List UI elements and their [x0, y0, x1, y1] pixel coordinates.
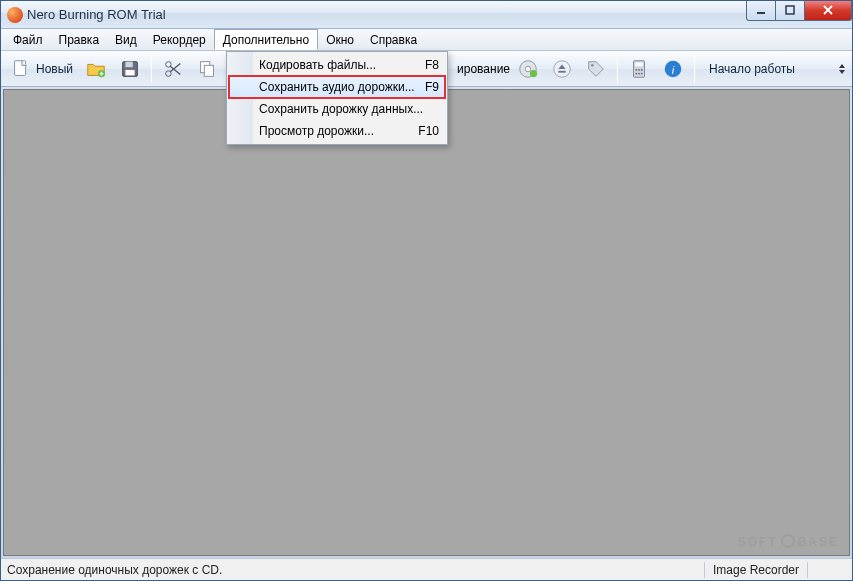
save-button[interactable] — [114, 54, 146, 84]
menu-label: Вид — [115, 33, 137, 47]
watermark-left: SOFT — [738, 535, 778, 549]
menu-label: Рекордер — [153, 33, 206, 47]
chevron-down-icon — [839, 70, 845, 74]
titlebar[interactable]: Nero Burning ROM Trial — [1, 1, 852, 29]
start-button[interactable]: Начало работы — [700, 54, 800, 84]
svg-rect-10 — [204, 65, 213, 76]
separator — [694, 56, 695, 82]
menuitem-label: Сохранить аудио дорожки... — [259, 80, 415, 94]
close-icon — [823, 5, 833, 15]
separator — [617, 56, 618, 82]
calc-button[interactable] — [623, 54, 655, 84]
menubar: Файл Правка Вид Рекордер Дополнительно О… — [1, 29, 852, 51]
svg-rect-0 — [757, 12, 765, 14]
watermark: SOFTBASE — [738, 533, 839, 549]
menuitem-save-data-track[interactable]: Сохранить дорожку данных... — [229, 98, 445, 120]
new-button[interactable]: Новый — [5, 54, 78, 84]
menu-window[interactable]: Окно — [318, 29, 362, 50]
info-icon: i — [662, 58, 684, 80]
svg-rect-1 — [786, 6, 794, 14]
copy-disc-label-partial: ирование — [457, 62, 510, 76]
menu-label: Справка — [370, 33, 417, 47]
app-icon — [7, 7, 23, 23]
menuitem-label: Просмотр дорожки... — [259, 124, 374, 138]
menuitem-label: Кодировать файлы... — [259, 58, 376, 72]
copy-icon — [196, 58, 218, 80]
menu-label: Файл — [13, 33, 43, 47]
label-button[interactable] — [580, 54, 612, 84]
menuitem-save-audio-tracks[interactable]: Сохранить аудио дорожки... F9 — [229, 76, 445, 98]
status-separator — [704, 562, 705, 578]
tag-icon — [585, 58, 607, 80]
cut-button[interactable] — [157, 54, 189, 84]
svg-rect-15 — [558, 70, 565, 72]
new-button-label: Новый — [36, 62, 73, 76]
svg-point-16 — [591, 63, 594, 66]
svg-rect-5 — [125, 61, 132, 66]
svg-point-24 — [641, 72, 643, 74]
svg-rect-6 — [125, 69, 134, 75]
toolbar-overflow[interactable] — [836, 64, 848, 74]
svg-point-12 — [525, 66, 531, 72]
menu-help[interactable]: Справка — [362, 29, 425, 50]
menuitem-shortcut: F10 — [418, 124, 439, 138]
menu-label: Правка — [59, 33, 100, 47]
scissors-icon — [162, 58, 184, 80]
menuitem-shortcut: F9 — [425, 80, 439, 94]
minimize-icon — [756, 5, 766, 15]
eject-icon — [551, 58, 573, 80]
status-separator — [807, 562, 808, 578]
folder-open-icon — [85, 58, 107, 80]
open-button[interactable] — [80, 54, 112, 84]
copy-button[interactable] — [191, 54, 223, 84]
menuitem-view-track[interactable]: Просмотр дорожки... F10 — [229, 120, 445, 142]
svg-rect-18 — [635, 62, 642, 66]
chevron-up-icon — [839, 64, 845, 68]
menu-extras[interactable]: Дополнительно — [214, 29, 318, 50]
new-document-icon — [10, 58, 32, 80]
menuitem-shortcut: F8 — [425, 58, 439, 72]
menu-edit[interactable]: Правка — [51, 29, 108, 50]
maximize-button[interactable] — [775, 1, 805, 21]
menu-recorder[interactable]: Рекордер — [145, 29, 214, 50]
menu-label: Дополнительно — [223, 33, 309, 47]
floppy-disk-icon — [119, 58, 141, 80]
eject-button[interactable] — [546, 54, 578, 84]
info-button[interactable]: i — [657, 54, 689, 84]
menuitem-encode-files[interactable]: Кодировать файлы... F8 — [229, 54, 445, 76]
minimize-button[interactable] — [746, 1, 776, 21]
svg-point-13 — [530, 69, 537, 76]
watermark-ring-icon — [781, 534, 795, 548]
svg-point-21 — [641, 69, 643, 71]
extras-dropdown: Кодировать файлы... F8 Сохранить аудио д… — [226, 51, 448, 145]
svg-point-22 — [635, 72, 637, 74]
menuitem-label: Сохранить дорожку данных... — [259, 102, 423, 116]
menu-label: Окно — [326, 33, 354, 47]
svg-point-19 — [635, 69, 637, 71]
watermark-right: BASE — [798, 535, 839, 549]
start-button-label: Начало работы — [709, 62, 795, 76]
window-buttons — [747, 1, 852, 21]
svg-point-23 — [638, 72, 640, 74]
maximize-icon — [785, 5, 795, 15]
app-window: Nero Burning ROM Trial Файл Правка Вид Р… — [0, 0, 853, 581]
svg-point-20 — [638, 69, 640, 71]
calculator-icon — [628, 58, 650, 80]
statusbar: Сохранение одиночных дорожек с CD. Image… — [1, 558, 852, 580]
content-area: SOFTBASE — [3, 89, 850, 556]
menu-view[interactable]: Вид — [107, 29, 145, 50]
menu-file[interactable]: Файл — [5, 29, 51, 50]
disc-button[interactable] — [512, 54, 544, 84]
close-button[interactable] — [804, 1, 852, 21]
status-text: Сохранение одиночных дорожек с CD. — [7, 563, 222, 577]
separator — [151, 56, 152, 82]
disc-icon — [517, 58, 539, 80]
window-title: Nero Burning ROM Trial — [27, 7, 166, 22]
status-recorder: Image Recorder — [713, 563, 799, 577]
